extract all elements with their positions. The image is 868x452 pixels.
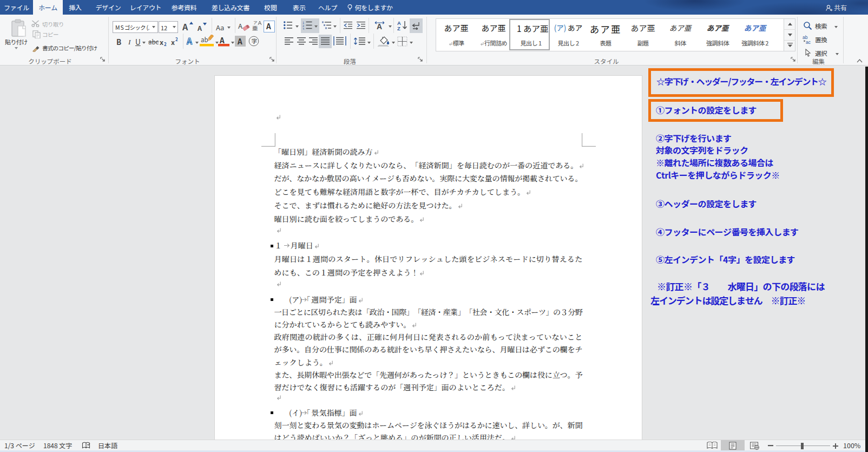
svg-text:Z: Z [397,25,400,31]
svg-text:ac: ac [806,40,811,44]
svg-text:A: A [377,22,382,30]
svg-text:3: 3 [303,28,304,30]
